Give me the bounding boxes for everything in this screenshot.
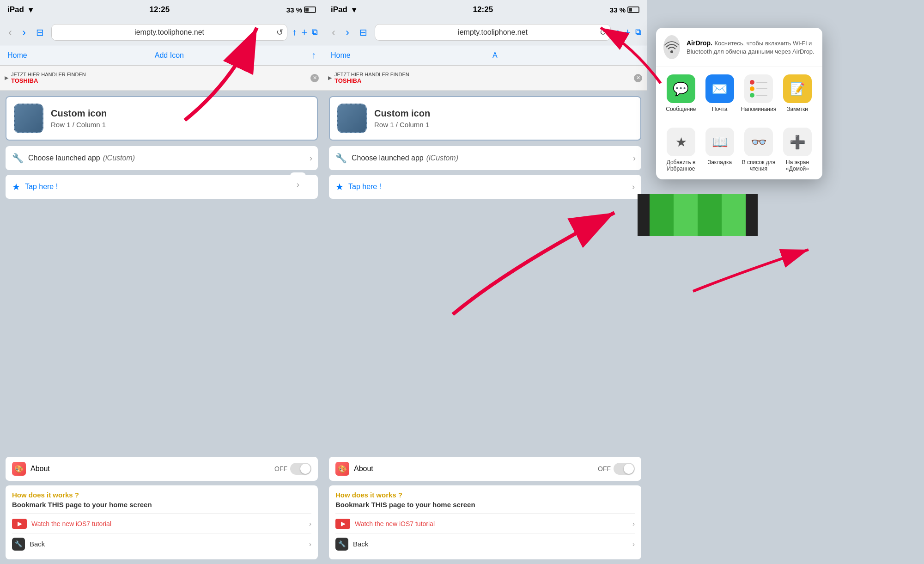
back-row[interactable]: 🔧 Back › xyxy=(12,533,311,554)
right-how-title: How does it works ? xyxy=(335,491,635,499)
right-back-chevron: › xyxy=(632,540,635,548)
toggle-off-label: OFF xyxy=(274,465,287,472)
right-add-icon-link[interactable]: A xyxy=(492,51,498,59)
right-ad-arrow: ▶ xyxy=(328,75,332,81)
right-bookmarks-button[interactable]: ⊟ xyxy=(357,25,370,40)
right-add-icon-center: A xyxy=(351,51,639,60)
add-icon-link[interactable]: Add Icon xyxy=(155,51,184,59)
right-share-icon[interactable]: ↑ xyxy=(615,27,620,37)
pixel-game-image xyxy=(638,194,758,236)
mail-icon: ✉️ xyxy=(705,74,734,103)
share-item-notes[interactable]: 📝 Заметки xyxy=(780,74,815,112)
right-tap-row[interactable]: ★ Tap here ! › xyxy=(329,175,641,199)
right-address-bar[interactable]: iempty.tooliphone.net ↺ xyxy=(375,24,611,41)
share-sheet: AirDrop. Коснитесь, чтобы включить Wi-Fi… xyxy=(656,28,822,179)
right-back-label: Back xyxy=(353,540,368,548)
right-choose-app-row[interactable]: 🔧 Choose launched app (iCustom) › xyxy=(329,146,641,170)
icustom-label: (iCustom) xyxy=(103,154,135,162)
ad-close-button[interactable]: ✕ xyxy=(310,74,319,82)
right-wifi-icon: ▾ xyxy=(352,5,356,15)
favorites-label: Добавить в Избранное xyxy=(663,159,699,172)
right-browser-toolbar: ‹ › ⊟ iempty.tooliphone.net ↺ ↑ + ⧉ xyxy=(323,19,647,45)
bookmark-icon: 📖 xyxy=(705,128,734,156)
wifi-icon: ▾ xyxy=(29,5,33,15)
left-page-nav: Home Add Icon ↑ xyxy=(0,45,323,66)
right-back-icon: 🔧 xyxy=(335,538,348,551)
status-right: 33 % xyxy=(286,6,316,14)
address-bar[interactable]: iempty.tooliphone.net ↺ xyxy=(51,24,287,41)
right-about-toggle[interactable]: OFF xyxy=(598,463,635,475)
right-watch-tutorial-row[interactable]: ▶ Watch the new iOS7 tutorial › xyxy=(335,513,635,533)
right-about-row: 🎨 About OFF xyxy=(329,457,641,481)
right-ad-close-button[interactable]: ✕ xyxy=(634,74,642,82)
star-icon: ★ xyxy=(12,181,20,192)
right-forward-button[interactable]: › xyxy=(343,24,352,41)
right-status-right: 33 % xyxy=(610,6,639,14)
toggle-knob xyxy=(300,464,310,474)
tap-here-label: Tap here ! xyxy=(25,183,58,191)
right-watch-label: Watch the new iOS7 tutorial xyxy=(355,520,435,527)
forward-button[interactable]: › xyxy=(19,24,29,41)
left-choose-app-row[interactable]: 🔧 Choose launched app (iCustom) › xyxy=(6,146,318,170)
right-youtube-icon: ▶ xyxy=(335,519,350,529)
right-back-row[interactable]: 🔧 Back › xyxy=(335,533,635,554)
add-to-home-icon: ➕ xyxy=(783,128,812,156)
right-back-button[interactable]: ‹ xyxy=(329,24,338,41)
left-icon-preview xyxy=(14,104,43,133)
right-tabs-icon[interactable]: ⧉ xyxy=(635,27,641,37)
reading-list-icon: 👓 xyxy=(744,128,773,156)
share-item-mail[interactable]: ✉️ Почта xyxy=(702,74,737,112)
right-how-subtitle: Bookmark THIS page to your home screen xyxy=(335,501,635,509)
share-item-favorites[interactable]: ★ Добавить в Избранное xyxy=(663,128,699,172)
how-title: How does it works ? xyxy=(12,491,311,499)
home-link[interactable]: Home xyxy=(7,51,27,60)
left-ad-banner: ▶ JETZT HIER HANDLER FINDEN TOSHIBA ✕ xyxy=(0,66,323,91)
back-button[interactable]: ‹ xyxy=(6,24,15,41)
youtube-icon: ▶ xyxy=(12,519,27,529)
right-status-bar: iPad ▾ 12:25 33 % xyxy=(323,0,647,19)
share-icon[interactable]: ↑ xyxy=(292,27,297,37)
right-home-link[interactable]: Home xyxy=(331,51,351,60)
reload-icon[interactable]: ↺ xyxy=(276,27,283,37)
share-item-bookmark[interactable]: 📖 Закладка xyxy=(702,128,737,172)
reading-list-label: В список для чтения xyxy=(741,159,776,172)
right-icon-subtitle: Row 1 / Column 1 xyxy=(374,121,430,129)
right-tap-here-label: Tap here ! xyxy=(348,183,381,191)
left-icon-info: Custom icon Row 1 / Column 1 xyxy=(51,108,107,129)
toggle-track[interactable] xyxy=(290,463,311,475)
about-toggle[interactable]: OFF xyxy=(274,463,311,475)
add-tab-icon[interactable]: + xyxy=(301,26,307,38)
tabs-icon[interactable]: ⧉ xyxy=(312,27,318,37)
choose-app-label: Choose launched app xyxy=(28,154,100,162)
how-subtitle: Bookmark THIS page to your home screen xyxy=(12,501,311,509)
share-grid-row1: 💬 Сообщение ✉️ Почта xyxy=(656,67,822,120)
battery-label: 33 % xyxy=(286,6,302,14)
back-chevron: › xyxy=(309,540,311,548)
right-how-section: How does it works ? Bookmark THIS page t… xyxy=(329,485,641,559)
share-item-reading-list[interactable]: 👓 В список для чтения xyxy=(741,128,776,172)
messages-icon: 💬 xyxy=(667,74,695,103)
right-carrier-label: iPad xyxy=(331,5,347,14)
left-custom-icon-box: Custom icon Row 1 / Column 1 xyxy=(6,96,318,141)
time-label: 12:25 xyxy=(150,5,170,14)
carrier-label: iPad xyxy=(7,5,24,14)
share-item-reminders[interactable]: Напоминания xyxy=(741,74,777,112)
right-toggle-track[interactable] xyxy=(614,463,635,475)
choose-app-chevron: › xyxy=(310,153,312,163)
page-share-icon[interactable]: ↑ xyxy=(311,50,316,61)
left-tap-row[interactable]: ★ Tap here ! › xyxy=(6,175,318,199)
watch-tutorial-row[interactable]: ▶ Watch the new iOS7 tutorial › xyxy=(12,513,311,533)
left-status-bar: iPad ▾ 12:25 33 % xyxy=(0,0,323,19)
right-reload-icon[interactable]: ↺ xyxy=(600,27,607,37)
right-toggle-off-label: OFF xyxy=(598,465,611,472)
right-ad-logo: TOSHIBA xyxy=(334,77,409,84)
share-item-messages[interactable]: 💬 Сообщение xyxy=(663,74,699,112)
right-panel: iPad ▾ 12:25 33 % ‹ › ⊟ iempty.tooliphon… xyxy=(323,0,647,564)
right-about-icon: 🎨 xyxy=(335,462,349,476)
share-sheet-header: AirDrop. Коснитесь, чтобы включить Wi-Fi… xyxy=(656,28,822,67)
bookmarks-button[interactable]: ⊟ xyxy=(33,25,47,40)
status-left: iPad ▾ xyxy=(7,5,33,15)
share-item-add-to-home[interactable]: ➕ На экран «Домой» xyxy=(780,128,815,172)
right-wrench-icon: 🔧 xyxy=(335,153,347,164)
right-add-tab-icon[interactable]: + xyxy=(625,26,631,38)
